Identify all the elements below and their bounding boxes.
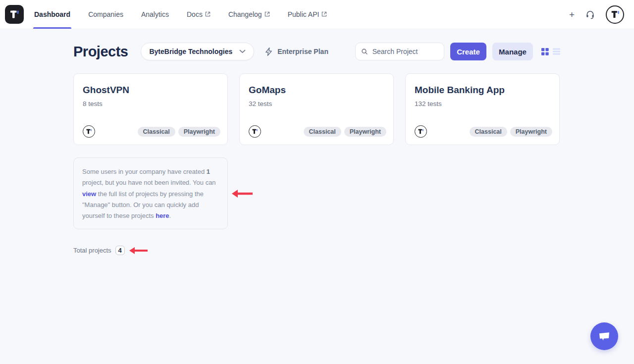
top-navigation-bar: Dashboard Companies Analytics Docs Chang…: [0, 0, 634, 29]
project-test-count: 132 tests: [415, 100, 550, 107]
total-projects-count-badge: 4: [115, 246, 125, 255]
create-button[interactable]: Create: [450, 43, 486, 60]
tag-playwright: Playwright: [510, 127, 552, 137]
project-name: Mobile Banking App: [415, 85, 550, 96]
red-arrow-annotation: [129, 247, 149, 255]
project-card-ghostvpn[interactable]: GhostVPN 8 tests Classical Playwright: [73, 73, 228, 145]
nav-public-api-label: Public API: [288, 10, 319, 18]
nav-docs[interactable]: Docs: [187, 0, 211, 29]
invitation-notice-box: Some users in your company have created …: [73, 157, 228, 229]
nav-public-api[interactable]: Public API: [288, 0, 327, 29]
app-logo[interactable]: [5, 5, 24, 24]
tag-playwright: Playwright: [344, 127, 386, 137]
page-title: Projects: [73, 44, 128, 60]
project-card-footer: Classical Playwright: [83, 125, 220, 138]
projects-actions: Create Manage: [355, 43, 560, 60]
nav-analytics-label: Analytics: [141, 10, 169, 18]
project-test-count: 32 tests: [249, 100, 384, 107]
project-tags: Classical Playwright: [470, 127, 552, 137]
brand-t-icon: [8, 8, 20, 20]
search-project-input[interactable]: [372, 48, 438, 55]
total-projects-label: Total projects: [73, 247, 111, 254]
project-logo-icon: [83, 125, 95, 138]
add-icon[interactable]: +: [569, 10, 575, 19]
plan-indicator: Enterprise Plan: [264, 47, 328, 56]
project-card-footer: Classical Playwright: [415, 125, 552, 138]
support-headset-icon[interactable]: [585, 10, 595, 19]
nav-analytics[interactable]: Analytics: [141, 0, 169, 29]
plan-label: Enterprise Plan: [277, 48, 328, 55]
tag-classical: Classical: [304, 127, 341, 137]
grid-view-icon[interactable]: [541, 48, 549, 55]
avatar-t-icon: [610, 9, 621, 20]
list-view-icon[interactable]: [553, 48, 560, 55]
tag-playwright: Playwright: [178, 127, 220, 137]
notice-text: Some users in your company have created …: [82, 166, 219, 221]
company-selector-value: ByteBridge Technologies: [149, 48, 232, 55]
nav-docs-label: Docs: [187, 10, 203, 18]
external-link-icon: [205, 11, 211, 17]
external-link-icon: [264, 11, 270, 17]
project-logo-icon: [249, 125, 261, 138]
tag-classical: Classical: [138, 127, 175, 137]
project-cards-row: GhostVPN 8 tests Classical Playwright Go…: [73, 73, 560, 145]
external-link-icon: [321, 11, 327, 17]
view-toggles: [541, 48, 560, 55]
nav-dashboard[interactable]: Dashboard: [34, 0, 70, 29]
manage-button[interactable]: Manage: [492, 43, 533, 60]
search-project-box: [355, 43, 444, 60]
project-card-footer: Classical Playwright: [249, 125, 386, 138]
project-card-mobile-banking-app[interactable]: Mobile Banking App 132 tests Classical P…: [405, 73, 560, 145]
main-content: Projects ByteBridge Technologies Enterpr…: [73, 42, 560, 255]
project-tags: Classical Playwright: [304, 127, 386, 137]
user-avatar[interactable]: [606, 5, 624, 24]
chat-widget-button[interactable]: [590, 322, 618, 350]
chat-bubble-icon: [598, 330, 611, 342]
company-selector-dropdown[interactable]: ByteBridge Technologies: [141, 43, 254, 60]
red-arrow-annotation: [231, 189, 254, 198]
search-icon: [361, 48, 368, 55]
project-logo-icon: [415, 125, 427, 138]
nav-changelog[interactable]: Changelog: [228, 0, 270, 29]
nav-changelog-label: Changelog: [228, 10, 262, 18]
lightning-bolt-icon: [264, 47, 273, 56]
main-nav: Dashboard Companies Analytics Docs Chang…: [34, 0, 345, 29]
project-tags: Classical Playwright: [138, 127, 220, 137]
projects-header-row: Projects ByteBridge Technologies Enterpr…: [73, 42, 560, 61]
project-name: GhostVPN: [83, 85, 218, 96]
project-card-gomaps[interactable]: GoMaps 32 tests Classical Playwright: [239, 73, 394, 145]
nav-companies-label: Companies: [88, 10, 123, 18]
tag-classical: Classical: [470, 127, 507, 137]
nav-companies[interactable]: Companies: [88, 0, 123, 29]
project-name: GoMaps: [249, 85, 384, 96]
notice-link-here[interactable]: here: [156, 212, 169, 219]
chevron-down-icon: [239, 50, 246, 53]
notice-link-view[interactable]: view: [82, 190, 96, 198]
notice-row: Some users in your company have created …: [73, 157, 560, 229]
topbar-actions: +: [569, 5, 624, 24]
total-projects-row: Total projects 4: [73, 246, 560, 255]
project-test-count: 8 tests: [83, 100, 218, 107]
nav-dashboard-label: Dashboard: [34, 10, 70, 18]
